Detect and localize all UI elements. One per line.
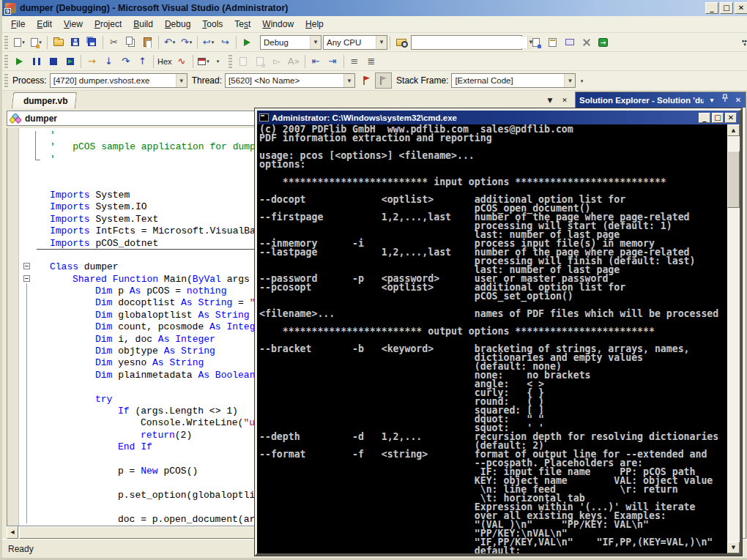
comment-lines-icon[interactable]: ≡ <box>346 53 363 70</box>
console-body[interactable]: (c) 2007 PDFlib GmbH www.pdflib.com sale… <box>257 124 740 553</box>
toolbar-overflow-icon[interactable]: ▸▸▾ <box>740 35 747 50</box>
start-debugging-icon[interactable] <box>239 34 256 51</box>
continue-icon[interactable] <box>11 53 28 70</box>
chevron-down-icon: ▼ <box>176 74 187 87</box>
properties-window-icon[interactable] <box>544 34 561 51</box>
breakpoint-squiggle-icon[interactable]: ∿ <box>174 53 190 70</box>
find-input[interactable] <box>415 37 527 48</box>
status-text: Ready <box>8 544 34 554</box>
stop-debugging-icon[interactable] <box>45 53 62 70</box>
maximize-button[interactable]: □ <box>712 113 724 123</box>
hex-display-button[interactable]: Hex <box>156 53 174 70</box>
scroll-up-icon[interactable]: ▲ <box>727 124 740 136</box>
toolbar-separator <box>193 55 193 68</box>
close-icon[interactable]: ✕ <box>733 94 743 107</box>
add-item-icon[interactable]: ▾ <box>28 34 45 51</box>
toolbar-separator <box>103 36 103 49</box>
show-next-statement-icon[interactable]: → <box>83 53 100 70</box>
menu-tools[interactable]: Tools <box>196 17 228 31</box>
restart-icon[interactable] <box>62 53 78 70</box>
menu-project[interactable]: Project <box>89 17 127 31</box>
solution-configurations-combo[interactable]: Debug▼ <box>260 35 322 50</box>
close-button[interactable]: ✕ <box>725 113 737 123</box>
maximize-button[interactable]: □ <box>720 2 733 14</box>
close-button[interactable]: ✕ <box>735 2 747 14</box>
vs-app-icon: 9 <box>5 3 16 13</box>
toolbar-overflow-icon[interactable]: ▾ <box>214 54 223 69</box>
stack-frame-label: Stack Frame: <box>396 75 448 86</box>
paste-icon[interactable] <box>139 34 156 51</box>
stop-debugging-icon <box>50 58 57 65</box>
tab-dumper-vb[interactable]: dumper.vb <box>12 92 77 108</box>
undo-icon[interactable]: ↶▾ <box>161 34 178 51</box>
toolbox-icon[interactable] <box>578 34 595 51</box>
menu-debug[interactable]: Debug <box>159 17 196 31</box>
minimize-button[interactable]: _ <box>699 113 710 123</box>
menu-edit[interactable]: Edit <box>31 17 58 31</box>
flag-thread-icon[interactable] <box>358 72 375 89</box>
properties-window-icon <box>549 38 557 47</box>
chevron-down-icon: ▼ <box>564 74 575 87</box>
process-combo[interactable]: [4720] dumper.vshost.exe▼ <box>50 73 187 88</box>
menu-help[interactable]: Help <box>300 17 330 31</box>
pin-icon[interactable] <box>720 94 730 107</box>
outline-guide-line <box>26 283 27 523</box>
find-in-files-icon[interactable] <box>393 34 409 51</box>
toolbar-overflow-icon[interactable]: ▾ <box>577 73 586 88</box>
toolbar-separator <box>153 55 154 68</box>
paste-icon <box>144 37 152 47</box>
uncomment-lines-icon[interactable]: ≣ <box>363 53 380 70</box>
new-project-icon[interactable]: ▾ <box>11 34 28 51</box>
menu-file[interactable]: File <box>5 17 31 31</box>
cmd-window[interactable]: Administrator: C:\Windows\system32\cmd.e… <box>255 108 742 556</box>
command-window-icon[interactable] <box>595 34 612 51</box>
step-over-icon[interactable]: ↷ <box>117 53 134 70</box>
chevron-down-icon: ▼ <box>376 36 387 49</box>
toolbar-separator <box>81 55 81 68</box>
class-name-dropdown[interactable]: dumper <box>25 113 57 124</box>
save-all-icon[interactable] <box>83 34 100 51</box>
decrease-indent-icon[interactable]: ⇤ <box>308 53 324 70</box>
copy-icon[interactable] <box>122 34 139 51</box>
debug-windows-icon[interactable]: ▾ <box>196 53 212 70</box>
redo-icon[interactable]: ↷▾ <box>178 34 195 51</box>
break-all-icon[interactable] <box>28 53 45 70</box>
solution-explorer-caption[interactable]: Solution Explorer - Solution 'dumpe... ▾… <box>576 92 746 108</box>
object-browser-icon[interactable] <box>561 34 578 51</box>
solution-platforms-combo[interactable]: Any CPU▼ <box>323 35 387 50</box>
thread-combo[interactable]: [5620] <No Name>▼ <box>225 73 355 88</box>
step-into-icon[interactable]: ↓ <box>100 53 117 70</box>
scrollbar-thumb[interactable] <box>19 526 255 539</box>
save-icon[interactable] <box>67 34 83 51</box>
minimize-button[interactable]: _ <box>705 2 718 14</box>
save-all-icon <box>88 38 96 46</box>
gray-flag-icon <box>379 75 388 86</box>
find-combo[interactable]: ▼ <box>411 35 522 50</box>
menu-window[interactable]: Window <box>256 17 300 31</box>
menu-view[interactable]: View <box>58 17 89 31</box>
menu-build[interactable]: Build <box>127 17 159 31</box>
collapse-class-icon[interactable]: − <box>23 263 30 269</box>
console-scrollbar[interactable]: ▲ ▼ <box>727 124 740 553</box>
vb-class-icon <box>10 113 21 124</box>
open-file-icon[interactable] <box>50 34 67 51</box>
close-document-icon[interactable]: ✕ <box>559 95 571 105</box>
cmd-titlebar[interactable]: Administrator: C:\Windows\system32\cmd.e… <box>257 111 740 124</box>
step-out-icon[interactable]: ↑ <box>134 53 151 70</box>
navigate-forward-icon[interactable]: ↪ <box>217 34 234 51</box>
show-flagged-threads-icon[interactable] <box>375 72 392 89</box>
increase-indent-icon[interactable]: ⇥ <box>324 53 341 70</box>
window-position-icon[interactable]: ▾ <box>707 94 717 107</box>
active-files-dropdown-icon[interactable]: ▼ <box>544 95 556 105</box>
scrollbar-thumb[interactable] <box>727 151 740 208</box>
navigate-back-icon[interactable]: ↩▾ <box>200 34 217 51</box>
collapse-function-icon[interactable]: − <box>23 275 30 282</box>
scroll-left-icon[interactable]: ◀ <box>7 526 18 539</box>
menu-test[interactable]: Test <box>228 17 256 31</box>
chevron-down-icon: ▼ <box>310 36 321 49</box>
scroll-down-icon[interactable]: ▼ <box>727 542 740 553</box>
cut-icon[interactable]: ✂ <box>105 34 122 51</box>
toolbar-grip <box>4 36 8 49</box>
stack-frame-combo[interactable]: [External Code]▼ <box>451 73 576 88</box>
process-label: Process: <box>12 75 47 86</box>
